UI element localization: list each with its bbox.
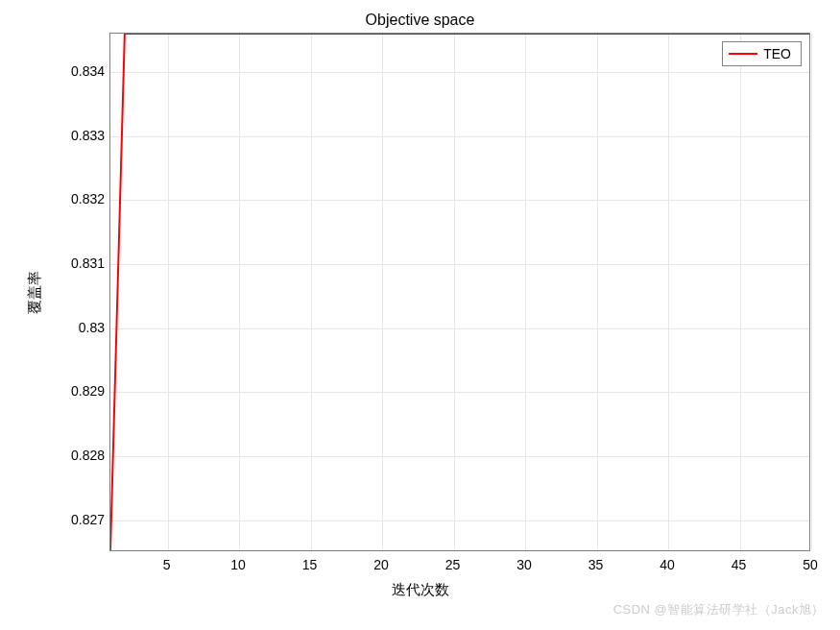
x-tick-label: 20	[373, 557, 389, 572]
grid-line-vertical	[597, 34, 598, 550]
grid-line-horizontal	[110, 136, 809, 137]
legend: TEO	[722, 41, 802, 66]
x-tick-label: 30	[516, 557, 532, 572]
y-tick-label: 0.832	[71, 191, 105, 206]
grid-line-horizontal	[110, 200, 809, 201]
x-tick-label: 5	[163, 557, 171, 572]
plot-area: TEO	[109, 33, 810, 551]
grid-line-horizontal	[110, 456, 809, 457]
grid-line-vertical	[168, 34, 169, 550]
legend-label: TEO	[763, 46, 791, 61]
y-tick-label: 0.83	[79, 320, 105, 335]
y-axis-label: 覆盖率	[26, 271, 44, 314]
grid-line-vertical	[740, 34, 741, 550]
grid-line-vertical	[311, 34, 312, 550]
watermark: CSDN @智能算法研学社（Jack旭）	[613, 601, 825, 618]
x-tick-label: 15	[302, 557, 318, 572]
grid-line-horizontal	[110, 328, 809, 329]
y-tick-label: 0.833	[71, 128, 105, 143]
grid-line-horizontal	[110, 521, 809, 521]
y-tick-label: 0.828	[71, 448, 105, 463]
x-tick-label: 25	[445, 557, 461, 572]
x-tick-label: 50	[803, 557, 818, 572]
legend-swatch	[729, 53, 757, 55]
x-tick-label: 45	[732, 557, 747, 572]
grid-line-vertical	[668, 34, 669, 550]
grid-line-vertical	[382, 34, 383, 550]
grid-line-vertical	[454, 34, 455, 550]
y-tick-label: 0.834	[71, 63, 105, 79]
grid-line-vertical	[239, 34, 240, 550]
x-tick-label: 40	[660, 557, 675, 572]
grid-line-horizontal	[110, 264, 809, 265]
grid-line-vertical	[525, 34, 526, 550]
x-tick-label: 10	[230, 557, 246, 572]
x-axis-label: 迭代次数	[0, 581, 840, 599]
y-tick-label: 0.831	[71, 255, 105, 271]
x-tick-label: 35	[588, 557, 604, 572]
grid-line-horizontal	[110, 72, 809, 73]
chart-container: Objective space TEO 迭代次数 覆盖率 CSDN @智能算法研…	[0, 0, 840, 630]
y-tick-label: 0.829	[71, 383, 105, 399]
grid-line-horizontal	[110, 392, 809, 393]
series-line	[110, 34, 809, 550]
y-tick-label: 0.827	[71, 512, 105, 527]
grid-line-vertical	[811, 34, 812, 550]
chart-title: Objective space	[0, 12, 840, 29]
